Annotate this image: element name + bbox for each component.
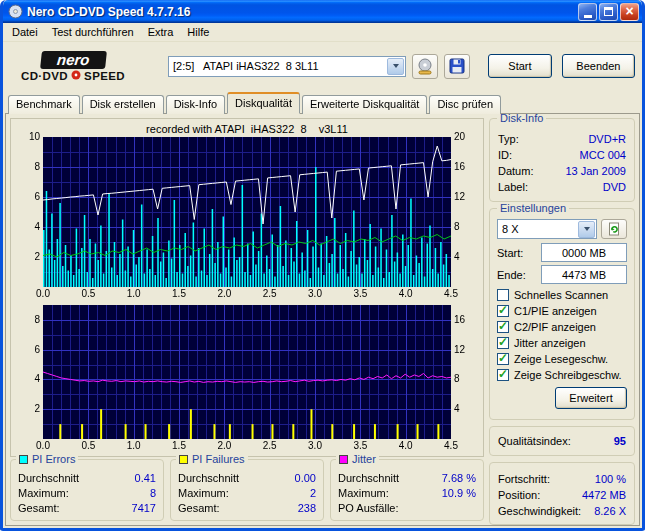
- axis-tick-label: 2: [34, 251, 40, 262]
- pi-failures-color-swatch: [179, 455, 188, 464]
- disk-info-row-id: ID:MCC 004: [498, 147, 626, 163]
- start-button[interactable]: Start: [488, 54, 552, 78]
- menu-item-test-durchf-hren[interactable]: Test durchführen: [45, 24, 141, 40]
- pi-errors-color-swatch: [19, 455, 28, 464]
- axis-tick-label: 10: [29, 131, 40, 142]
- start-position-input[interactable]: [541, 243, 627, 262]
- minimize-button[interactable]: [578, 3, 597, 21]
- progress-rows: Fortschritt:100 %Position:4472 MBGeschwi…: [498, 471, 626, 519]
- axis-tick-label: 0.5: [78, 440, 98, 451]
- tab-page-diskqualitaet: recorded with ATAPI iHAS322 8 v3L11 2468…: [5, 113, 640, 526]
- axis-tick-label: 4.5: [441, 288, 461, 299]
- progress-value: 4472 MB: [582, 489, 626, 501]
- refresh-button[interactable]: [601, 219, 627, 239]
- stat-row-po-ausf-lle: PO Ausfälle:: [338, 500, 476, 515]
- axis-tick-label: 1.0: [124, 440, 144, 451]
- disk-info-title: Disk-Info: [497, 113, 546, 124]
- stat-label: Durchschnitt: [338, 472, 399, 484]
- stat-label: Gesamt:: [18, 502, 60, 514]
- tab-diskqualit-t[interactable]: Diskqualität: [227, 92, 300, 114]
- chevron-down-icon[interactable]: [578, 221, 595, 238]
- settings-title: Einstellungen: [497, 202, 569, 214]
- drive-select[interactable]: [2:5] ATAPI iHAS322 8 3L11: [168, 56, 406, 77]
- chevron-down-icon[interactable]: [387, 58, 404, 75]
- checkbox-box[interactable]: ✓: [497, 305, 509, 317]
- stats-group-pi-errors: PI ErrorsDurchschnitt0.41Maximum:8Gesamt…: [10, 459, 164, 521]
- speed-select[interactable]: 8 X: [497, 219, 597, 239]
- progress-row-fortschritt: Fortschritt:100 %: [498, 471, 626, 487]
- end-position-input[interactable]: [541, 265, 627, 284]
- nero-logo-text: nero: [40, 51, 106, 69]
- disk-info-label: ID:: [498, 149, 512, 161]
- eject-disc-button[interactable]: [412, 54, 438, 79]
- tab-disc-pr-fen[interactable]: Disc prüfen: [429, 95, 501, 114]
- close-button[interactable]: ×: [620, 3, 639, 21]
- checkbox-box[interactable]: ✓: [497, 369, 509, 381]
- sidebar: Disk-Info Typ:DVD+RID:MCC 004Datum:13 Ja…: [489, 118, 635, 521]
- disk-info-value: 13 Jan 2009: [565, 165, 626, 177]
- chart2-right-axis: 481216: [451, 305, 476, 439]
- axis-tick-label: 1.5: [169, 288, 189, 299]
- advanced-button[interactable]: Erweitert: [555, 387, 627, 409]
- checkbox-box[interactable]: ✓: [497, 353, 509, 365]
- maximize-button[interactable]: [599, 3, 618, 21]
- stats-group-pi-failures: PI FailuresDurchschnitt0.00Maximum:2Gesa…: [170, 459, 324, 521]
- menu-item-extra[interactable]: Extra: [141, 24, 181, 40]
- checkbox-box[interactable]: ✓: [497, 321, 509, 333]
- checkbox-zeige-schreibgeschw[interactable]: ✓Zeige Schreibgeschw.: [497, 367, 627, 383]
- axis-tick-label: 4.0: [396, 440, 416, 451]
- axis-tick-label: 4: [454, 403, 460, 414]
- axis-tick-label: 2.0: [214, 288, 234, 299]
- checkbox-box[interactable]: [497, 289, 509, 301]
- checkbox-c2-pif-anzeigen[interactable]: ✓C2/PIF anzeigen: [497, 319, 627, 335]
- menu-item-hilfe[interactable]: Hilfe: [180, 24, 216, 40]
- menu-item-datei[interactable]: Datei: [5, 24, 45, 40]
- jitter-chart: 2468 481216 0.00.51.01.52.02.53.03.54.04…: [11, 305, 483, 452]
- axis-tick-label: 1.5: [169, 440, 189, 451]
- stat-row-durchschnitt: Durchschnitt0.00: [178, 470, 316, 485]
- axis-tick-label: 20: [454, 131, 465, 142]
- checkbox-jitter-anzeigen[interactable]: ✓Jitter anzeigen: [497, 335, 627, 351]
- checkbox-c1-pie-anzeigen[interactable]: ✓C1/PIE anzeigen: [497, 303, 627, 319]
- axis-tick-label: 4.0: [396, 288, 416, 299]
- disk-info-row-typ: Typ:DVD+R: [498, 131, 626, 147]
- chart1-right-axis: 48121620: [451, 137, 476, 287]
- axis-tick-label: 8: [34, 314, 40, 325]
- tab-erweiterte-diskqualit-t[interactable]: Erweiterte Diskqualität: [302, 95, 427, 114]
- checkbox-box[interactable]: ✓: [497, 337, 509, 349]
- cddvd-speed-logo-text: CD·DVD SPEED: [21, 70, 125, 82]
- checkbox-schnelles-scannen[interactable]: Schnelles Scannen: [497, 287, 627, 303]
- logo-speed: SPEED: [84, 70, 125, 82]
- tab-disk-info[interactable]: Disk-Info: [166, 95, 225, 114]
- stats-group-title: PI Failures: [176, 453, 248, 465]
- stats-group-title-text: PI Failures: [192, 453, 245, 465]
- stat-row-durchschnitt: Durchschnitt0.41: [18, 470, 156, 485]
- quit-button[interactable]: Beenden: [562, 54, 635, 78]
- axis-tick-label: 2.5: [260, 440, 280, 451]
- stats-group-title: PI Errors: [16, 453, 78, 465]
- title-bar[interactable]: Nero CD-DVD Speed 4.7.7.16 ×: [3, 0, 642, 23]
- stat-value: 7417: [132, 502, 156, 514]
- arrow-glyph: [393, 64, 399, 68]
- stats-group-jitter: JitterDurchschnitt7.68 %Maximum:10.9 %PO…: [330, 459, 484, 521]
- checkbox-label: C2/PIF anzeigen: [514, 321, 596, 333]
- axis-tick-label: 4: [34, 373, 40, 384]
- stats-group-title-text: PI Errors: [32, 453, 75, 465]
- disc-hand-icon: [416, 58, 434, 75]
- red-disc-icon: [71, 70, 81, 82]
- stat-value: 0.41: [135, 472, 156, 484]
- check-icon: ✓: [498, 335, 508, 349]
- checkbox-label: Zeige Schreibgeschw.: [514, 369, 622, 381]
- jitter-color-swatch: [339, 455, 348, 464]
- save-button[interactable]: [444, 54, 470, 79]
- stat-value: 2: [310, 487, 316, 499]
- stat-value: 10.9 %: [442, 487, 476, 499]
- chart-panel: recorded with ATAPI iHAS322 8 v3L11 2468…: [10, 118, 484, 457]
- checkbox-zeige-lesegeschw[interactable]: ✓Zeige Lesegeschw.: [497, 351, 627, 367]
- axis-tick-label: 3.5: [350, 288, 370, 299]
- tab-disk-erstellen[interactable]: Disk erstellen: [82, 95, 164, 114]
- tab-benchmark[interactable]: Benchmark: [8, 95, 80, 114]
- stat-value: 7.68 %: [442, 472, 476, 484]
- check-icon: ✓: [498, 351, 508, 365]
- axis-tick-label: 2.5: [260, 288, 280, 299]
